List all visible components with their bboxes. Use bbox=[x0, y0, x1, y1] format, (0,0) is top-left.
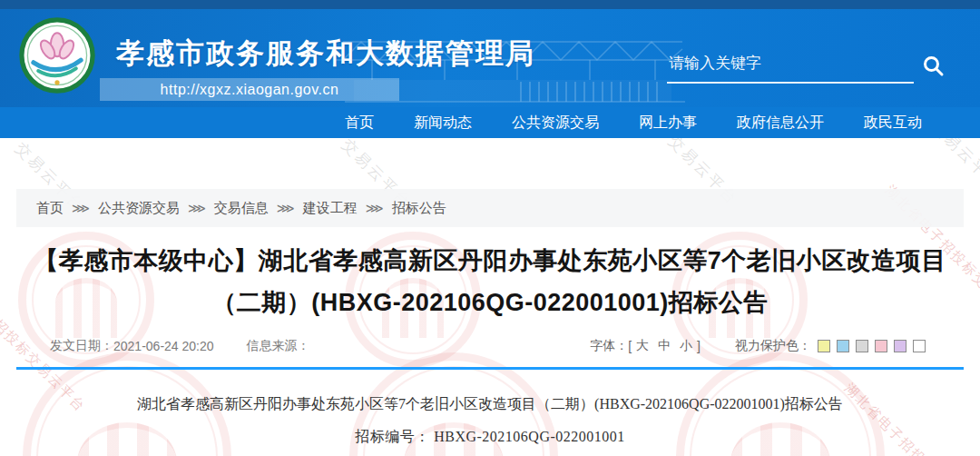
breadcrumb-construction[interactable]: 建设工程 bbox=[303, 200, 358, 217]
nav-item-interaction[interactable]: 政民互动 bbox=[864, 114, 922, 133]
page: 交易云平台 交易云平台 交易云平台 交易云平台 湖北省电子招投标交易云平台 湖北… bbox=[0, 0, 980, 456]
meta-left: 发文日期： 2021-06-24 20:20 信息来源： bbox=[50, 338, 310, 354]
bid-number-label: 招标编号： bbox=[355, 429, 430, 444]
main-content: 首页 ⋙ 公共资源交易 ⋙ 交易信息 ⋙ 建设工程 ⋙ 招标公告 【孝感市本级中… bbox=[0, 189, 980, 447]
breadcrumb: 首页 ⋙ 公共资源交易 ⋙ 交易信息 ⋙ 建设工程 ⋙ 招标公告 bbox=[16, 189, 964, 227]
nav-item-online-services[interactable]: 网上办事 bbox=[639, 114, 697, 133]
bid-number-line: 招标编号： HBXG-202106QG-022001001 bbox=[0, 428, 980, 447]
breadcrumb-public-resources[interactable]: 公共资源交易 bbox=[98, 200, 180, 217]
font-size-small[interactable]: 小 bbox=[680, 338, 692, 354]
breadcrumb-separator: ⋙ bbox=[72, 201, 90, 215]
main-nav: 首页 新闻动态 公共资源交易 网上办事 政府信息公开 政民互动 bbox=[0, 107, 980, 138]
eye-protect-color-purple[interactable] bbox=[894, 340, 906, 352]
font-size-medium[interactable]: 中 bbox=[658, 338, 671, 354]
search-button[interactable] bbox=[921, 54, 945, 84]
site-search bbox=[667, 49, 948, 84]
eye-protect-color-white[interactable] bbox=[913, 340, 926, 352]
publish-date-label: 发文日期： bbox=[50, 338, 113, 354]
breadcrumb-separator: ⋙ bbox=[366, 201, 384, 215]
font-size-large[interactable]: 大 bbox=[636, 338, 649, 354]
building-illustration bbox=[336, 29, 690, 107]
eye-protect-color-gray[interactable] bbox=[856, 340, 868, 352]
site-url: http://xgxz.xiaogan.gov.cn bbox=[161, 82, 339, 98]
bracket-close: ] bbox=[697, 339, 701, 353]
eye-protect-color-pink[interactable] bbox=[875, 340, 887, 352]
meta-right: 字体： [ 大 中 小 ] 视力保护色： bbox=[590, 338, 926, 354]
bracket-open: [ bbox=[628, 339, 632, 353]
info-source-label: 信息来源： bbox=[247, 338, 310, 354]
breadcrumb-separator: ⋙ bbox=[188, 201, 206, 215]
article-title: 【孝感市本级中心】湖北省孝感高新区丹阳办事处东苑小区等7个老旧小区改造项目（二期… bbox=[22, 240, 958, 323]
nav-item-public-resources[interactable]: 公共资源交易 bbox=[512, 114, 599, 133]
content-divider bbox=[16, 367, 964, 370]
font-size-label: 字体： bbox=[590, 338, 628, 354]
breadcrumb-bid-announcement[interactable]: 招标公告 bbox=[392, 200, 446, 217]
eye-protect-color-yellow[interactable] bbox=[818, 340, 830, 352]
publish-date-value: 2021-06-24 20:20 bbox=[113, 339, 214, 353]
breadcrumb-separator: ⋙ bbox=[277, 201, 295, 215]
breadcrumb-home[interactable]: 首页 bbox=[36, 200, 64, 217]
eye-protect-color-blue[interactable] bbox=[837, 340, 849, 352]
site-header: 孝感市政务服务和大数据管理局 http://xgxz.xiaogan.gov.c… bbox=[0, 9, 980, 107]
article-meta: 发文日期： 2021-06-24 20:20 信息来源： 字体： [ 大 中 小… bbox=[16, 336, 964, 356]
nav-item-home[interactable]: 首页 bbox=[345, 114, 374, 133]
search-input[interactable] bbox=[667, 49, 914, 84]
breadcrumb-trade-info[interactable]: 交易信息 bbox=[214, 200, 269, 217]
search-icon bbox=[921, 54, 945, 77]
bid-number-value: HBXG-202106QG-022001001 bbox=[434, 429, 625, 444]
nav-item-news[interactable]: 新闻动态 bbox=[414, 114, 472, 133]
eye-protect-label: 视力保护色： bbox=[735, 338, 811, 354]
top-strip bbox=[0, 0, 980, 9]
font-size-control: 字体： [ 大 中 小 ] bbox=[590, 338, 701, 354]
body-heading: 湖北省孝感高新区丹阳办事处东苑小区等7个老旧小区改造项目（二期）(HBXG-20… bbox=[51, 395, 929, 414]
nav-item-gov-info[interactable]: 政府信息公开 bbox=[737, 114, 824, 133]
site-logo bbox=[18, 16, 96, 94]
